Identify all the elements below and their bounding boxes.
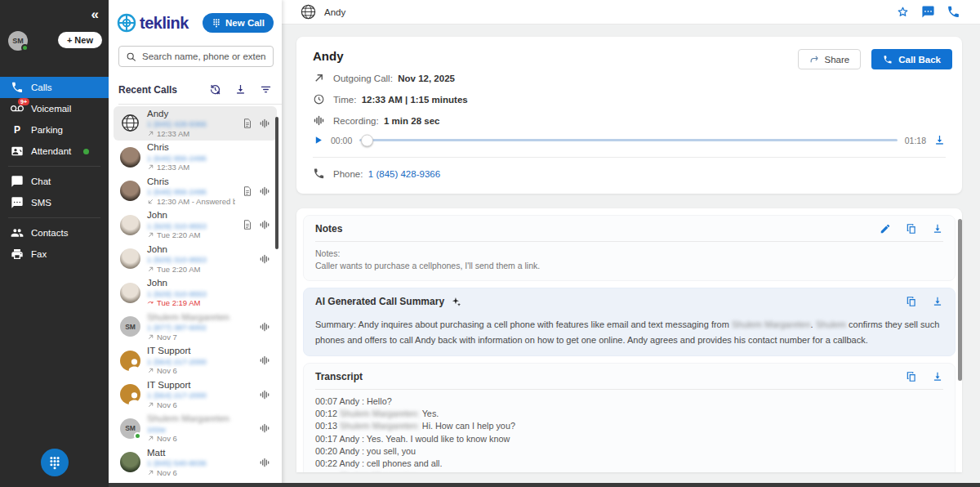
transcript-text: Hi. How can I help you?	[420, 421, 515, 431]
notes-section: Notes Notes: Caller wants to purchase a …	[303, 215, 956, 281]
sidebar-item-fax[interactable]: Fax	[0, 244, 109, 265]
call-recording-icon[interactable]	[259, 355, 270, 366]
call-icon[interactable]	[947, 5, 960, 19]
copy-summary-icon[interactable]	[906, 296, 917, 307]
dialpad-fab-button[interactable]	[41, 449, 69, 476]
call-list-item[interactable]: John1 (929) 310-9553Tue 2:20 AM	[114, 242, 277, 276]
download-notes-icon[interactable]	[932, 223, 943, 235]
call-contact-name: Shulem Margareten	[147, 312, 252, 324]
call-meta: Nov 6	[147, 400, 252, 409]
sidebar-item-parking[interactable]: PParking	[0, 119, 109, 141]
call-list-item[interactable]: John1 (929) 310-9553Tue 2:20 AM	[114, 208, 277, 243]
download-transcript-icon[interactable]	[932, 371, 943, 382]
call-list-item[interactable]: Chris1 (646) 956-249612:30 AM - Answered…	[114, 174, 277, 208]
call-notes-doc-icon[interactable]	[242, 185, 253, 197]
call-meta: Nov 6	[147, 468, 252, 477]
play-button[interactable]	[313, 135, 323, 145]
horizontal-scrollbar[interactable]	[109, 483, 980, 487]
call-recording-icon[interactable]	[259, 422, 270, 434]
main-vertical-scrollbar[interactable]	[958, 219, 962, 381]
call-list-item[interactable]: Chris1 (646) 956-249612:33 AM	[114, 141, 277, 175]
divider	[315, 241, 943, 242]
transcript-line: 00:20 Andy : you sell, you	[315, 445, 943, 458]
new-button[interactable]: + New	[58, 32, 102, 48]
divider	[8, 217, 100, 218]
call-contact-phone: 1 (929) 310-9553	[147, 289, 264, 298]
copy-transcript-icon[interactable]	[906, 371, 917, 382]
sidebar-item-chat[interactable]: Chat	[0, 171, 109, 192]
copy-notes-icon[interactable]	[906, 223, 917, 235]
collapse-sidebar-icon[interactable]: «	[91, 7, 99, 23]
call-contact-name: John	[147, 210, 235, 221]
transcript-speaker: Andy :	[339, 434, 364, 444]
brand-name: teklink	[140, 14, 189, 33]
search-box[interactable]	[118, 46, 274, 67]
app-window: « SM + New Calls9+VoicemailPParkingAtten…	[0, 0, 980, 487]
phone-row: Phone: 1 (845) 428-9366	[313, 168, 946, 180]
share-button[interactable]: Share	[798, 49, 862, 69]
call-contact-phone: 1 (646) 956-2496	[147, 154, 264, 163]
call-recording-icon[interactable]	[259, 457, 270, 468]
notes-label-line: Notes:	[315, 248, 943, 260]
player-seek-handle[interactable]	[361, 134, 373, 146]
message-icon[interactable]	[921, 5, 935, 19]
call-meta: Tue 2:20 AM	[147, 265, 252, 274]
audio-player: 00:00 01:18	[313, 134, 946, 146]
call-list-item[interactable]: IT Support1 (564) 217-2000Nov 6	[114, 344, 277, 378]
player-seek-track[interactable]	[359, 139, 897, 141]
time-value: 12:33 AM | 1:15 minutes	[362, 95, 468, 105]
call-recording-icon[interactable]	[259, 253, 270, 265]
support-avatar	[120, 351, 140, 371]
call-list-item[interactable]: John1 (929) 310-9553Tue 2:19 AM	[114, 276, 277, 311]
phone-number-link[interactable]: 1 (845) 428-9366	[368, 169, 440, 179]
photo-avatar	[120, 215, 140, 235]
user-avatar[interactable]: SM	[8, 31, 28, 51]
ai-summary-text: Summary: Andy inquires about purchasing …	[315, 317, 943, 346]
call-contact-name: Shulem Margareten	[147, 413, 252, 425]
sidebar-item-sms[interactable]: SMS	[0, 192, 109, 213]
call-list-item[interactable]: Matt1 (845) 540-8036Nov 6	[114, 445, 277, 480]
filter-calls-icon[interactable]	[260, 83, 272, 96]
call-meta: Tue 2:20 AM	[147, 230, 235, 239]
sidebar-item-label: Attendant	[31, 146, 71, 156]
calls-list-scrollbar[interactable]	[275, 117, 278, 249]
player-total-time: 01:18	[905, 136, 926, 145]
sidebar-item-contacts[interactable]: Contacts	[0, 222, 109, 244]
sidebar-item-label: Chat	[31, 176, 51, 186]
download-recording-icon[interactable]	[933, 134, 946, 146]
call-recording-icon[interactable]	[259, 321, 270, 333]
call-recording-icon[interactable]	[259, 389, 270, 400]
call-recording-icon[interactable]	[259, 118, 270, 129]
sidebar-item-voicemail[interactable]: 9+Voicemail	[0, 98, 109, 119]
call-notes-doc-icon[interactable]	[242, 118, 253, 129]
call-notes-doc-icon[interactable]	[242, 219, 253, 230]
transcript-time: 00:13	[315, 421, 340, 431]
download-summary-icon[interactable]	[932, 296, 943, 307]
call-list-item[interactable]: SMShulem Margareten1 (877) 387-6002Nov 7	[114, 310, 277, 344]
sidebar-item-attendant[interactable]: Attendant	[0, 141, 109, 162]
globe-avatar	[120, 113, 140, 133]
download-calls-icon[interactable]	[234, 83, 247, 96]
sidebar-item-calls[interactable]: Calls	[0, 77, 109, 98]
call-list-item[interactable]: Andy1 (845) 428-936612:33 AM	[114, 106, 277, 141]
call-list-item[interactable]: IT Support1 (564) 217-2000Nov 6	[114, 378, 277, 412]
share-icon	[809, 54, 820, 65]
call-back-button[interactable]: Call Back	[871, 49, 952, 69]
recent-calls-list: Andy1 (845) 428-936612:33 AMChris1 (646)…	[109, 106, 282, 480]
edit-notes-icon[interactable]	[880, 223, 891, 235]
divider	[313, 157, 946, 158]
recording-row: Recording: 1 min 28 sec	[313, 114, 946, 127]
incoming-arrow-icon	[147, 198, 154, 205]
phone-icon	[883, 55, 893, 65]
call-list-item[interactable]: SMShulem Margareten102wNov 6	[114, 412, 277, 446]
clear-history-icon[interactable]	[209, 83, 221, 96]
favorite-star-icon[interactable]	[896, 5, 910, 19]
player-current-time: 00:00	[331, 136, 352, 145]
search-input[interactable]	[142, 51, 266, 61]
support-avatar	[120, 384, 140, 404]
new-call-button[interactable]: New Call	[203, 13, 274, 33]
redacted-speaker: Shulem Margareten:	[340, 471, 420, 472]
call-recording-icon[interactable]	[259, 185, 270, 197]
sidebar-item-label: Voicemail	[31, 104, 71, 114]
call-recording-icon[interactable]	[259, 219, 270, 230]
